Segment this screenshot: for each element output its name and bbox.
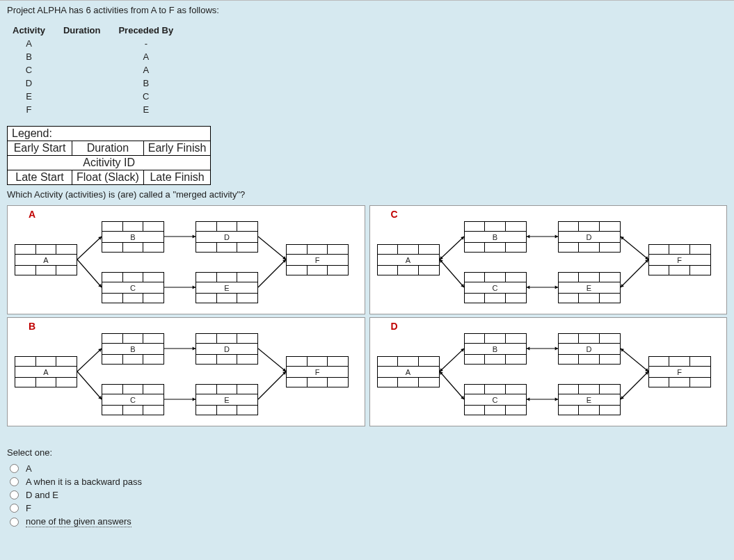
intro-text: Project ALPHA has 6 activities from A to… (7, 5, 727, 15)
activity-node-b: B (464, 333, 527, 365)
svg-marker-56 (621, 349, 624, 352)
col-preceded: Preceded By (113, 24, 186, 37)
answers-block: Select one: A A when it is a backward pa… (7, 447, 727, 529)
svg-line-32 (77, 371, 102, 399)
svg-line-57 (621, 371, 648, 399)
question-text: Which Activity (activities) is (are) cal… (7, 189, 727, 200)
activity-node-c: C (464, 272, 527, 303)
svg-marker-14 (440, 256, 443, 259)
svg-line-38 (258, 349, 286, 371)
col-activity: Activity (7, 24, 58, 37)
activity-node-f: F (286, 244, 349, 275)
diagrams-grid: A ABCDEF C ABCDEF B ABCDEF D ABCDEF (7, 205, 727, 426)
activity-node-b: B (102, 333, 164, 365)
activity-node-d: D (558, 333, 621, 365)
activity-node-a: A (15, 244, 77, 275)
activities-table: Activity Duration Preceded By A- BA CA D… (7, 24, 186, 116)
svg-line-54 (621, 349, 648, 371)
activity-node-a: A (15, 356, 77, 387)
activity-node-d: D (196, 333, 258, 365)
option-a-label: A (26, 463, 32, 474)
select-one-label: Select one: (7, 447, 727, 458)
option-d-label: F (26, 503, 31, 513)
activity-node-e: E (558, 384, 621, 415)
svg-marker-50 (527, 346, 529, 350)
activity-node-e: E (196, 272, 258, 303)
activity-node-b: B (102, 221, 164, 253)
svg-line-12 (440, 237, 464, 259)
svg-line-45 (440, 371, 464, 399)
panel-a: A ABCDEF (7, 205, 365, 314)
svg-marker-29 (621, 284, 624, 287)
svg-line-8 (258, 237, 286, 259)
svg-line-30 (77, 349, 102, 371)
panel-b: B ABCDEF (7, 317, 365, 426)
option-c-radio[interactable] (10, 490, 19, 499)
activity-node-e: E (196, 384, 258, 415)
activity-node-f: F (648, 244, 711, 275)
svg-marker-26 (621, 237, 624, 240)
activity-node-f: F (648, 356, 711, 387)
svg-line-42 (440, 349, 464, 371)
svg-marker-44 (440, 368, 443, 371)
col-duration: Duration (58, 24, 113, 37)
svg-line-27 (621, 259, 648, 287)
option-e-label: none of the given answers (26, 516, 131, 527)
svg-marker-17 (440, 259, 443, 263)
svg-marker-23 (527, 285, 529, 289)
activity-node-c: C (464, 384, 527, 415)
activity-node-a: A (377, 356, 440, 387)
option-c-label: D and E (26, 490, 58, 500)
activity-node-e: E (558, 272, 621, 303)
svg-marker-47 (440, 371, 443, 375)
activity-node-c: C (102, 272, 164, 303)
legend-title: Legend: (8, 127, 211, 141)
activity-node-a: A (377, 244, 440, 275)
option-a-radio[interactable] (10, 464, 19, 473)
svg-line-0 (77, 237, 102, 259)
svg-line-40 (258, 371, 286, 399)
svg-line-2 (77, 259, 102, 287)
svg-line-15 (440, 259, 464, 287)
panel-c: C ABCDEF (369, 205, 728, 314)
svg-marker-59 (621, 396, 624, 399)
option-d-radio[interactable] (10, 504, 19, 513)
activity-node-d: D (558, 221, 621, 253)
svg-marker-53 (527, 397, 529, 401)
activity-node-f: F (286, 356, 349, 387)
svg-line-24 (621, 237, 648, 259)
activity-node-c: C (102, 384, 164, 415)
activity-node-b: B (464, 221, 527, 253)
option-b-label: A when it is a backward pass (26, 477, 142, 487)
option-b-radio[interactable] (10, 477, 19, 486)
option-e-radio[interactable] (10, 518, 19, 527)
svg-marker-20 (527, 234, 529, 238)
legend-table: Legend: Early Start Duration Early Finis… (7, 126, 211, 185)
activity-node-d: D (196, 221, 258, 253)
panel-d: D ABCDEF (369, 317, 728, 426)
svg-line-10 (258, 259, 286, 287)
